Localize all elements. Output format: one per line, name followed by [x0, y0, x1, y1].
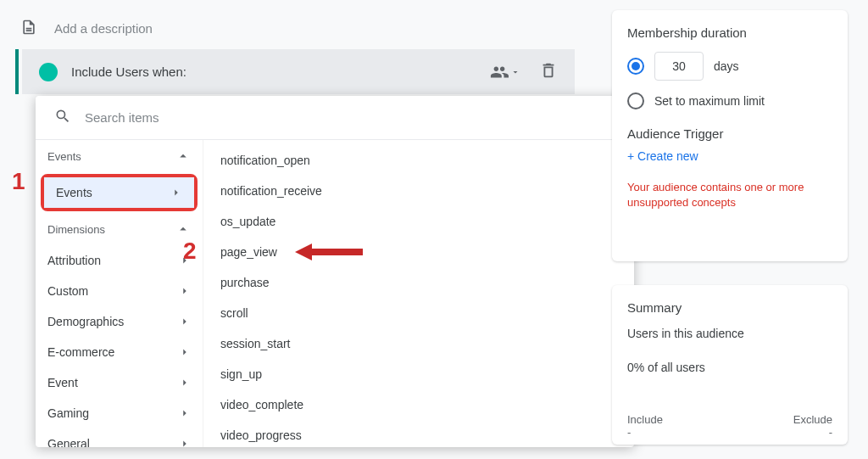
event-item[interactable]: sign_up	[203, 359, 634, 389]
category-list[interactable]: Events Events Dimensions Attribution Cus…	[36, 140, 203, 447]
dimension-item-ecommerce[interactable]: E-commerce	[36, 337, 203, 367]
event-item[interactable]: session_start	[203, 328, 634, 359]
delete-condition-button[interactable]	[539, 61, 558, 82]
event-item[interactable]: notification_open	[203, 145, 634, 176]
dimension-item-demographics[interactable]: Demographics	[36, 306, 203, 337]
chevron-right-icon	[179, 346, 191, 358]
include-label: Include	[627, 413, 663, 426]
dimension-item-attribution[interactable]: Attribution	[36, 245, 203, 276]
include-value: -	[627, 426, 663, 439]
chevron-right-icon	[179, 285, 191, 297]
radio-days[interactable]	[627, 58, 644, 75]
annotation-arrow	[295, 242, 363, 262]
dimension-label: General	[47, 437, 90, 447]
radio-max[interactable]	[627, 92, 644, 109]
dropdown-body: Events Events Dimensions Attribution Cus…	[36, 139, 634, 447]
create-new-link[interactable]: + Create new	[627, 149, 698, 163]
event-item[interactable]: scroll	[203, 298, 634, 328]
events-item-label: Events	[56, 186, 92, 199]
dimension-label: E-commerce	[47, 345, 114, 359]
search-row	[36, 96, 634, 139]
include-condition-bar: Include Users when:	[22, 49, 575, 94]
event-item-page-view[interactable]: page_view	[203, 237, 634, 267]
exclude-value: -	[793, 426, 832, 439]
trigger-title: Audience Trigger	[627, 126, 832, 141]
dimensions-group-header[interactable]: Dimensions	[36, 213, 203, 245]
annotation-1: 1	[12, 168, 25, 195]
chevron-right-icon	[170, 187, 182, 199]
chevron-right-icon	[179, 407, 191, 419]
events-group-header[interactable]: Events	[36, 140, 203, 172]
events-item[interactable]: Events	[44, 177, 194, 208]
chevron-up-icon	[175, 221, 191, 237]
event-list[interactable]: notification_open notification_receive o…	[203, 140, 634, 447]
days-radio-row[interactable]: days	[627, 52, 832, 81]
days-input[interactable]	[654, 52, 704, 81]
event-item[interactable]: notification_receive	[203, 176, 634, 206]
include-prefix: Include	[71, 64, 116, 79]
dimension-label: Attribution	[47, 254, 101, 267]
summary-title: Summary	[627, 300, 832, 315]
max-radio-row[interactable]: Set to maximum limit	[627, 92, 832, 109]
summary-include-exclude: Include - Exclude -	[627, 413, 832, 439]
search-input[interactable]	[85, 110, 615, 125]
warning-text: Your audience contains one or more unsup…	[627, 180, 832, 210]
chevron-right-icon	[179, 316, 191, 327]
svg-marker-0	[295, 243, 363, 260]
dimension-label: Gaming	[47, 406, 89, 420]
dimension-label: Custom	[47, 284, 88, 298]
chevron-right-icon	[179, 377, 191, 389]
exclude-label: Exclude	[793, 413, 832, 426]
event-item[interactable]: purchase	[203, 267, 634, 298]
dimension-item-event[interactable]: Event	[36, 367, 203, 398]
description-placeholder[interactable]: Add a description	[54, 21, 153, 36]
chevron-right-icon	[179, 438, 191, 447]
scope-selector[interactable]	[490, 63, 520, 81]
include-text: Include Users when:	[71, 64, 490, 79]
include-suffix: when:	[149, 64, 186, 79]
event-item[interactable]: os_update	[203, 206, 634, 237]
summary-card: Summary Users in this audience 0% of all…	[612, 285, 848, 445]
include-subject: Users	[116, 64, 149, 79]
dimensions-group-label: Dimensions	[47, 223, 105, 236]
days-label: days	[714, 59, 739, 73]
membership-card: Membership duration days Set to maximum …	[612, 10, 848, 261]
dimension-item-gaming[interactable]: Gaming	[36, 398, 203, 428]
item-picker-dropdown: Events Events Dimensions Attribution Cus…	[36, 96, 634, 447]
file-icon	[20, 19, 37, 38]
dimension-label: Demographics	[47, 315, 124, 328]
dimension-label: Event	[47, 376, 78, 389]
scope-dot	[39, 63, 58, 81]
dimension-item-custom[interactable]: Custom	[36, 276, 203, 306]
membership-title: Membership duration	[627, 25, 832, 40]
dimension-item-general[interactable]: General	[36, 428, 203, 447]
events-item-highlight: Events	[41, 174, 198, 211]
summary-percent: 0% of all users	[627, 361, 832, 374]
annotation-2: 2	[183, 238, 197, 265]
include-actions	[490, 61, 558, 82]
event-item[interactable]: video_progress	[203, 420, 634, 447]
chevron-up-icon	[175, 148, 191, 164]
search-icon	[54, 108, 71, 127]
event-item[interactable]: video_complete	[203, 389, 634, 420]
summary-subtitle: Users in this audience	[627, 327, 832, 340]
max-limit-label: Set to maximum limit	[654, 94, 765, 108]
events-group-label: Events	[47, 150, 81, 163]
